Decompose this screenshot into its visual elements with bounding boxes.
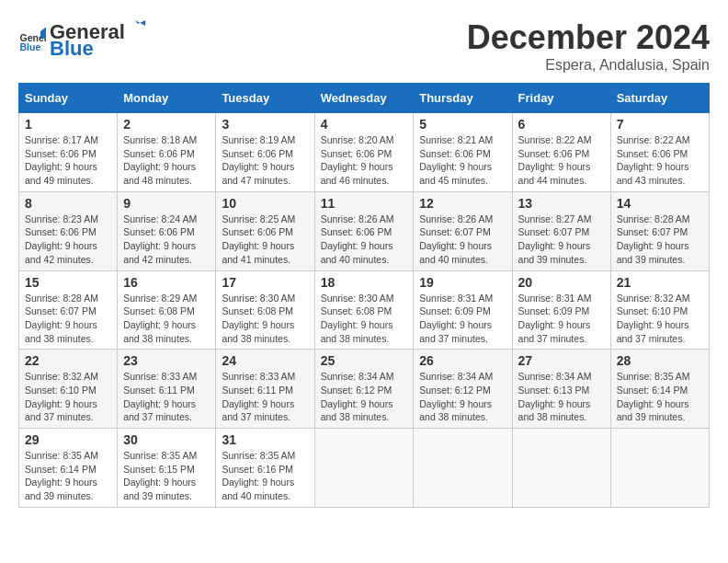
logo: General Blue General Blue: [18, 18, 145, 61]
day-number: 30: [123, 432, 210, 447]
weekday-header-wednesday: Wednesday: [314, 84, 414, 113]
day-number: 27: [518, 353, 605, 368]
calendar-cell: 17 Sunrise: 8:30 AMSunset: 6:08 PMDaylig…: [216, 270, 314, 350]
calendar-cell: 29 Sunrise: 8:35 AMSunset: 6:14 PMDaylig…: [19, 429, 118, 508]
day-info: Sunrise: 8:32 AMSunset: 6:10 PMDaylight:…: [25, 371, 98, 422]
day-info: Sunrise: 8:21 AMSunset: 6:06 PMDaylight:…: [419, 134, 493, 186]
calendar-cell: 30 Sunrise: 8:35 AMSunset: 6:15 PMDaylig…: [118, 429, 216, 508]
calendar-cell: 3 Sunrise: 8:19 AMSunset: 6:06 PMDayligh…: [216, 113, 314, 192]
calendar-cell: 2 Sunrise: 8:18 AMSunset: 6:06 PMDayligh…: [118, 113, 216, 192]
day-info: Sunrise: 8:22 AMSunset: 6:06 PMDaylight:…: [518, 134, 592, 186]
day-number: 26: [419, 353, 506, 368]
day-info: Sunrise: 8:31 AMSunset: 6:09 PMDaylight:…: [518, 293, 592, 344]
day-info: Sunrise: 8:25 AMSunset: 6:06 PMDaylight:…: [222, 213, 295, 265]
title-block: December 2024 Espera, Andalusia, Spain: [467, 18, 710, 74]
logo-icon: General Blue: [18, 26, 46, 53]
day-number: 2: [123, 117, 210, 132]
calendar-week-2: 8 Sunrise: 8:23 AMSunset: 6:06 PMDayligh…: [19, 191, 710, 270]
calendar-cell: 23 Sunrise: 8:33 AMSunset: 6:11 PMDaylig…: [118, 350, 216, 429]
calendar-body: 1 Sunrise: 8:17 AMSunset: 6:06 PMDayligh…: [19, 113, 710, 508]
day-info: Sunrise: 8:33 AMSunset: 6:11 PMDaylight:…: [123, 371, 197, 422]
day-info: Sunrise: 8:34 AMSunset: 6:12 PMDaylight:…: [419, 371, 493, 422]
day-info: Sunrise: 8:33 AMSunset: 6:11 PMDaylight:…: [222, 371, 295, 422]
calendar-cell: [610, 429, 709, 508]
day-number: 23: [123, 353, 210, 368]
calendar-cell: 12 Sunrise: 8:26 AMSunset: 6:07 PMDaylig…: [414, 191, 512, 270]
page-header: General Blue General Blue December 2024 …: [18, 18, 710, 74]
calendar-cell: 22 Sunrise: 8:32 AMSunset: 6:10 PMDaylig…: [19, 350, 118, 429]
day-info: Sunrise: 8:35 AMSunset: 6:14 PMDaylight:…: [617, 371, 690, 422]
calendar-cell: 4 Sunrise: 8:20 AMSunset: 6:06 PMDayligh…: [314, 113, 414, 192]
calendar-cell: 9 Sunrise: 8:24 AMSunset: 6:06 PMDayligh…: [118, 191, 216, 270]
day-info: Sunrise: 8:28 AMSunset: 6:07 PMDaylight:…: [617, 213, 690, 265]
day-number: 5: [419, 117, 506, 132]
day-number: 20: [518, 275, 605, 290]
day-info: Sunrise: 8:34 AMSunset: 6:12 PMDaylight:…: [321, 371, 394, 422]
day-number: 18: [321, 275, 408, 290]
calendar-week-1: 1 Sunrise: 8:17 AMSunset: 6:06 PMDayligh…: [19, 113, 710, 192]
calendar-cell: 16 Sunrise: 8:29 AMSunset: 6:08 PMDaylig…: [118, 270, 216, 350]
calendar-week-4: 22 Sunrise: 8:32 AMSunset: 6:10 PMDaylig…: [19, 350, 710, 429]
calendar-cell: 25 Sunrise: 8:34 AMSunset: 6:12 PMDaylig…: [314, 350, 414, 429]
day-number: 9: [123, 196, 210, 211]
day-info: Sunrise: 8:29 AMSunset: 6:08 PMDaylight:…: [123, 293, 197, 344]
day-number: 19: [419, 275, 506, 290]
svg-marker-2: [40, 28, 46, 39]
calendar-cell: 20 Sunrise: 8:31 AMSunset: 6:09 PMDaylig…: [512, 270, 610, 350]
day-number: 31: [222, 432, 308, 447]
day-info: Sunrise: 8:18 AMSunset: 6:06 PMDaylight:…: [123, 134, 197, 186]
calendar-cell: [512, 429, 610, 508]
calendar-cell: [414, 429, 512, 508]
calendar-table: SundayMondayTuesdayWednesdayThursdayFrid…: [18, 83, 710, 508]
calendar-cell: [314, 429, 414, 508]
day-info: Sunrise: 8:35 AMSunset: 6:14 PMDaylight:…: [25, 450, 98, 501]
calendar-cell: 24 Sunrise: 8:33 AMSunset: 6:11 PMDaylig…: [216, 350, 314, 429]
day-info: Sunrise: 8:24 AMSunset: 6:06 PMDaylight:…: [123, 213, 197, 265]
calendar-cell: 13 Sunrise: 8:27 AMSunset: 6:07 PMDaylig…: [512, 191, 610, 270]
day-number: 3: [222, 117, 308, 132]
calendar-cell: 21 Sunrise: 8:32 AMSunset: 6:10 PMDaylig…: [610, 270, 709, 350]
subtitle: Espera, Andalusia, Spain: [467, 57, 710, 74]
weekday-header-tuesday: Tuesday: [216, 84, 314, 113]
day-info: Sunrise: 8:23 AMSunset: 6:06 PMDaylight:…: [25, 213, 98, 265]
calendar-cell: 19 Sunrise: 8:31 AMSunset: 6:09 PMDaylig…: [414, 270, 512, 350]
calendar-week-3: 15 Sunrise: 8:28 AMSunset: 6:07 PMDaylig…: [19, 270, 710, 350]
calendar-cell: 28 Sunrise: 8:35 AMSunset: 6:14 PMDaylig…: [610, 350, 709, 429]
day-info: Sunrise: 8:19 AMSunset: 6:06 PMDaylight:…: [222, 134, 295, 186]
day-info: Sunrise: 8:22 AMSunset: 6:06 PMDaylight:…: [617, 134, 690, 186]
calendar-cell: 11 Sunrise: 8:26 AMSunset: 6:06 PMDaylig…: [314, 191, 414, 270]
logo-bird-icon: [125, 18, 145, 39]
day-info: Sunrise: 8:27 AMSunset: 6:07 PMDaylight:…: [518, 213, 592, 265]
calendar-cell: 27 Sunrise: 8:34 AMSunset: 6:13 PMDaylig…: [512, 350, 610, 429]
calendar-header: SundayMondayTuesdayWednesdayThursdayFrid…: [19, 84, 710, 113]
calendar-week-5: 29 Sunrise: 8:35 AMSunset: 6:14 PMDaylig…: [19, 429, 710, 508]
calendar-cell: 14 Sunrise: 8:28 AMSunset: 6:07 PMDaylig…: [610, 191, 709, 270]
day-number: 24: [222, 353, 308, 368]
day-info: Sunrise: 8:17 AMSunset: 6:06 PMDaylight:…: [25, 134, 98, 186]
day-number: 29: [25, 432, 111, 447]
calendar-cell: 26 Sunrise: 8:34 AMSunset: 6:12 PMDaylig…: [414, 350, 512, 429]
day-number: 16: [123, 275, 210, 290]
day-number: 8: [25, 196, 111, 211]
weekday-header-thursday: Thursday: [414, 84, 512, 113]
svg-marker-3: [135, 20, 145, 26]
main-title: December 2024: [467, 18, 710, 57]
calendar-cell: 1 Sunrise: 8:17 AMSunset: 6:06 PMDayligh…: [19, 113, 118, 192]
day-number: 10: [222, 196, 308, 211]
calendar-cell: 15 Sunrise: 8:28 AMSunset: 6:07 PMDaylig…: [19, 270, 118, 350]
day-info: Sunrise: 8:26 AMSunset: 6:07 PMDaylight:…: [419, 213, 493, 265]
day-info: Sunrise: 8:35 AMSunset: 6:16 PMDaylight:…: [222, 450, 295, 501]
day-number: 15: [25, 275, 111, 290]
calendar-cell: 7 Sunrise: 8:22 AMSunset: 6:06 PMDayligh…: [610, 113, 709, 192]
day-number: 1: [25, 117, 111, 132]
calendar-cell: 8 Sunrise: 8:23 AMSunset: 6:06 PMDayligh…: [19, 191, 118, 270]
day-number: 21: [617, 275, 703, 290]
day-info: Sunrise: 8:35 AMSunset: 6:15 PMDaylight:…: [123, 450, 197, 501]
day-number: 11: [321, 196, 408, 211]
day-info: Sunrise: 8:30 AMSunset: 6:08 PMDaylight:…: [321, 293, 394, 344]
weekday-header-saturday: Saturday: [610, 84, 709, 113]
day-number: 14: [617, 196, 703, 211]
weekday-header-sunday: Sunday: [19, 84, 118, 113]
day-number: 4: [321, 117, 408, 132]
calendar-cell: 31 Sunrise: 8:35 AMSunset: 6:16 PMDaylig…: [216, 429, 314, 508]
